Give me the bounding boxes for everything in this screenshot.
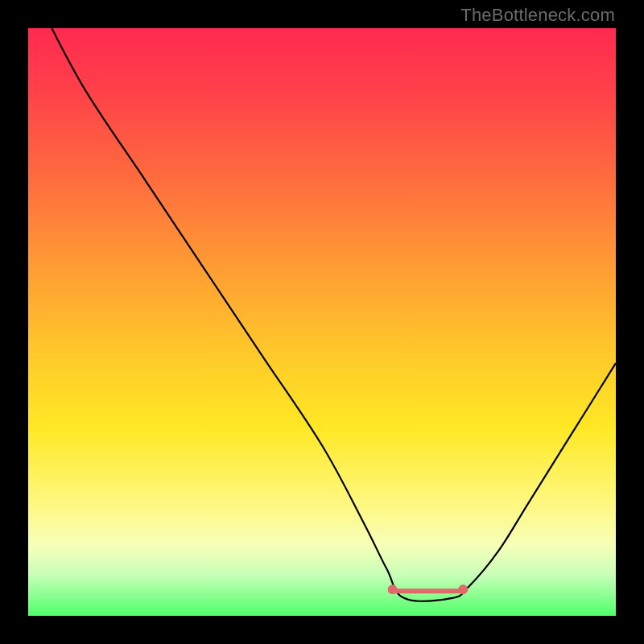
chart-overlay-svg [28,28,616,616]
flat-left-dot [388,584,398,594]
bottleneck-curve [52,28,616,601]
flat-right-dot [458,584,468,594]
watermark-text: TheBottleneck.com [460,5,615,26]
chart-frame [28,28,616,616]
